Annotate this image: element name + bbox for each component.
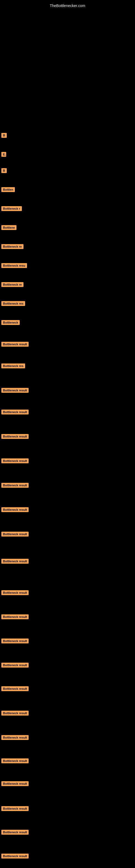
- bottleneck-result-container: Bottleneck result: [1, 532, 29, 538]
- bottleneck-result-badge[interactable]: B: [1, 133, 7, 138]
- bottleneck-result-badge[interactable]: Bottleneck result: [1, 410, 29, 414]
- bottleneck-result-container: Bottleneck result: [1, 434, 29, 440]
- bottleneck-result-badge[interactable]: Bottleneck result: [1, 781, 29, 786]
- bottleneck-result-badge[interactable]: Bottleneck result: [1, 639, 29, 643]
- bottleneck-result-container: Bottleneck result: [1, 614, 29, 620]
- bottleneck-result-container: Bottleneck result: [1, 806, 29, 812]
- bottleneck-result-container: Bottleneck result: [1, 342, 29, 348]
- bottleneck-result-badge[interactable]: Bottleneck result: [1, 458, 29, 463]
- bottleneck-result-container: Bottleneck result: [1, 663, 29, 669]
- bottleneck-result-badge[interactable]: Bottleneck re: [1, 244, 24, 249]
- bottleneck-result-badge[interactable]: Bottleneck result: [1, 590, 29, 595]
- bottleneck-result-container: Bottleneck result: [1, 758, 29, 764]
- bottleneck-result-container: Bottlene: [1, 225, 16, 231]
- bottleneck-result-container: B: [1, 133, 7, 139]
- bottleneck-result-container: Bottleneck result: [1, 781, 29, 787]
- bottleneck-result-container: Bottlen: [1, 187, 15, 193]
- bottleneck-result-container: Bottleneck result: [1, 639, 29, 645]
- bottleneck-result-badge[interactable]: Bottleneck result: [1, 830, 29, 835]
- bottleneck-result-container: Bottleneck result: [1, 388, 29, 394]
- bottleneck-result-container: Bottleneck result: [1, 735, 29, 741]
- bottleneck-result-badge[interactable]: Bottleneck result: [1, 342, 29, 347]
- bottleneck-result-container: Bottleneck resu: [1, 263, 27, 269]
- bottleneck-result-badge[interactable]: Bottleneck re: [1, 282, 24, 287]
- bottleneck-result-badge[interactable]: Bottleneck res: [1, 364, 25, 368]
- bottleneck-result-container: Bottleneck res: [1, 301, 25, 307]
- bottleneck-result-container: Bottleneck result: [1, 410, 29, 415]
- bottleneck-result-badge[interactable]: Bottleneck: [1, 320, 20, 325]
- bottleneck-result-badge[interactable]: Bottleneck result: [1, 483, 29, 488]
- bottleneck-result-container: Bottleneck result: [1, 507, 29, 513]
- bottleneck-result-badge[interactable]: Bottleneck result: [1, 735, 29, 740]
- bottleneck-result-badge[interactable]: Bottleneck result: [1, 854, 29, 859]
- bottleneck-result-container: B: [1, 168, 7, 174]
- bottleneck-result-container: Bottleneck r: [1, 206, 22, 212]
- bottleneck-result-badge[interactable]: Bottleneck result: [1, 614, 29, 619]
- bottleneck-result-container: Bottleneck result: [1, 559, 29, 565]
- bottleneck-result-badge[interactable]: Bottleneck result: [1, 559, 29, 564]
- bottleneck-result-container: Bottleneck result: [1, 830, 29, 836]
- bottleneck-result-container: Bottleneck re: [1, 244, 24, 250]
- bottleneck-result-badge[interactable]: Bottleneck result: [1, 711, 29, 716]
- bottleneck-result-badge[interactable]: Bottleneck res: [1, 301, 25, 306]
- bottleneck-result-container: Bottleneck: [1, 320, 20, 326]
- bottleneck-result-container: Bottleneck result: [1, 854, 29, 860]
- bottleneck-result-badge[interactable]: Bottleneck result: [1, 434, 29, 439]
- bottleneck-result-badge[interactable]: Bottlene: [1, 225, 16, 230]
- bottleneck-result-badge[interactable]: Bottleneck result: [1, 758, 29, 763]
- bottleneck-result-badge[interactable]: E: [1, 152, 6, 157]
- bottleneck-result-badge[interactable]: Bottlen: [1, 187, 15, 192]
- bottleneck-result-container: Bottleneck result: [1, 686, 29, 692]
- bottleneck-result-badge[interactable]: Bottleneck result: [1, 388, 29, 393]
- bottleneck-result-container: Bottleneck re: [1, 282, 24, 288]
- bottleneck-result-badge[interactable]: Bottleneck result: [1, 507, 29, 512]
- bottleneck-result-badge[interactable]: Bottleneck result: [1, 806, 29, 811]
- bottleneck-result-badge[interactable]: Bottleneck result: [1, 686, 29, 691]
- bottleneck-result-badge[interactable]: Bottleneck result: [1, 532, 29, 536]
- bottleneck-result-container: Bottleneck result: [1, 458, 29, 464]
- bottleneck-result-badge[interactable]: B: [1, 168, 7, 173]
- bottleneck-result-container: Bottleneck result: [1, 711, 29, 717]
- bottleneck-result-badge[interactable]: Bottleneck r: [1, 206, 22, 211]
- bottleneck-result-container: Bottleneck result: [1, 483, 29, 489]
- bottleneck-result-badge[interactable]: Bottleneck resu: [1, 263, 27, 268]
- bottleneck-result-container: E: [1, 152, 6, 158]
- bottleneck-result-badge[interactable]: Bottleneck result: [1, 663, 29, 668]
- site-title: TheBottlenecker.com: [0, 1, 135, 10]
- bottleneck-result-container: Bottleneck result: [1, 590, 29, 596]
- bottleneck-result-container: Bottleneck res: [1, 364, 25, 369]
